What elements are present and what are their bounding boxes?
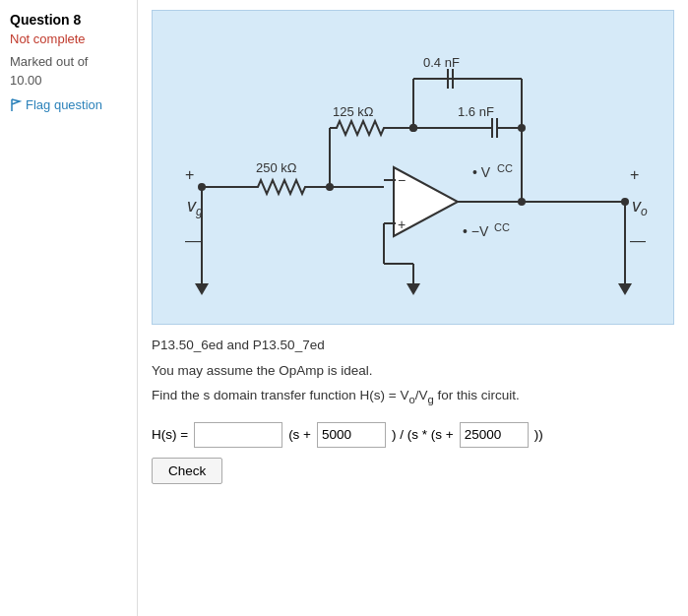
assumption-text: You may assume the OpAmp is ideal. bbox=[152, 360, 674, 382]
svg-text:1.6 nF: 1.6 nF bbox=[458, 104, 494, 119]
question-text: P13.50_6ed and P13.50_7ed You may assume… bbox=[152, 335, 674, 412]
question-number: Question 8 bbox=[10, 12, 127, 28]
svg-text:125 kΩ: 125 kΩ bbox=[333, 104, 374, 119]
s-plus-input1[interactable] bbox=[317, 422, 386, 448]
svg-text:• V: • V bbox=[472, 164, 491, 180]
circuit-diagram: v g v o + — + — bbox=[152, 10, 674, 325]
svg-text:—: — bbox=[185, 232, 201, 249]
flag-question-label: Flag question bbox=[26, 97, 102, 112]
divider-label: ) / (s * (s + bbox=[392, 427, 454, 442]
svg-text:o: o bbox=[641, 205, 648, 218]
main-content: v g v o + — + — bbox=[138, 0, 688, 616]
close-label: )) bbox=[534, 427, 543, 442]
task-suffix: for this circuit. bbox=[434, 388, 520, 402]
svg-text:—: — bbox=[630, 232, 646, 249]
svg-text:+: + bbox=[630, 166, 639, 183]
s-plus-label1: (s + bbox=[288, 427, 311, 442]
reference-text: P13.50_6ed and P13.50_7ed bbox=[152, 335, 674, 356]
marked-out-label: Marked out of bbox=[10, 54, 127, 69]
check-button[interactable]: Check bbox=[152, 458, 222, 484]
hs-label: H(s) = bbox=[152, 427, 188, 442]
marked-out-value: 10.00 bbox=[10, 73, 127, 88]
svg-text:+: + bbox=[185, 166, 194, 183]
sidebar: Question 8 Not complete Marked out of 10… bbox=[0, 0, 138, 616]
svg-text:0.4 nF: 0.4 nF bbox=[423, 55, 460, 70]
svg-point-49 bbox=[518, 124, 526, 132]
svg-text:CC: CC bbox=[494, 221, 510, 233]
svg-point-48 bbox=[409, 124, 417, 132]
flag-icon bbox=[10, 98, 22, 112]
check-button-row: Check bbox=[152, 458, 674, 484]
svg-text:+: + bbox=[398, 216, 406, 232]
task-prefix: Find the s domain transfer function H(s)… bbox=[152, 388, 409, 402]
answer-row: H(s) = (s + ) / (s * (s + )) bbox=[152, 422, 674, 448]
task-text: Find the s domain transfer function H(s)… bbox=[152, 385, 674, 408]
s-plus-input2[interactable] bbox=[460, 422, 529, 448]
question-status: Not complete bbox=[10, 31, 127, 46]
svg-text:−: − bbox=[398, 172, 406, 188]
circuit-svg: v g v o + — + — bbox=[157, 20, 669, 315]
main-answer-input[interactable] bbox=[194, 422, 282, 448]
svg-text:CC: CC bbox=[497, 162, 513, 174]
task-slash: /V bbox=[415, 388, 428, 402]
flag-question-button[interactable]: Flag question bbox=[10, 97, 127, 112]
svg-text:250 kΩ: 250 kΩ bbox=[256, 160, 297, 175]
svg-text:• −V: • −V bbox=[463, 223, 489, 239]
